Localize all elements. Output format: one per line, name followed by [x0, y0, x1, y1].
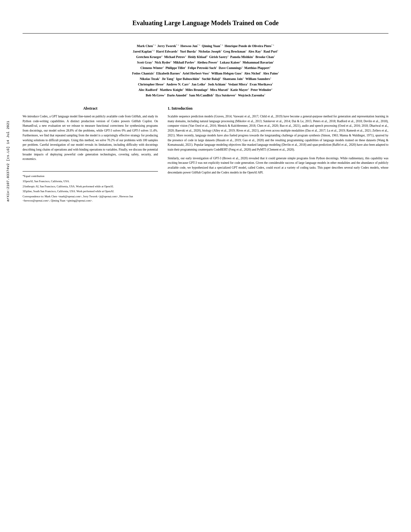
- title-section: Evaluating Large Language Models Trained…: [23, 19, 388, 34]
- two-col-layout: Abstract We introduce Codex, a GPT langu…: [23, 106, 388, 204]
- abstract-text: We introduce Codex, a GPT language model…: [23, 114, 158, 162]
- abstract-column: Abstract We introduce Codex, a GPT langu…: [23, 106, 158, 204]
- author-line-4: Scott Gray1 Nick Ryder1 Mikhail Pavlov1 …: [23, 60, 388, 65]
- authors-section: Mark Chen* 1 Jerry Tworek* 1 Heewoo Jun*…: [23, 43, 388, 98]
- paper-title: Evaluating Large Language Models Trained…: [23, 19, 388, 27]
- footnote-3: 2Anthropic AI, San Francisco, California…: [23, 184, 158, 189]
- footnote-5: Correspondence to: Mark Chen <mark@opena…: [23, 194, 158, 203]
- introduction-column: 1. Introduction Scalable sequence predic…: [168, 106, 388, 204]
- footnote-1: *Equal contribution: [23, 174, 158, 178]
- footnote-2: 1OpenAI, San Francisco, California, USA.: [23, 179, 158, 183]
- author-line-6: Fotios Chantzis1 Elizabeth Barnes1 Ariel…: [23, 71, 388, 76]
- footnotes-section: *Equal contribution 1OpenAI, San Francis…: [23, 171, 158, 203]
- author-line-8: Christopher Hesse1 Andrew N. Carr1 Jan L…: [23, 82, 388, 87]
- intro-para-1: Scalable sequence prediction models (Gra…: [168, 114, 388, 152]
- intro-para-2: Similarly, our early investigation of GP…: [168, 156, 388, 175]
- arxiv-label: arXiv:2107.03374v2 [cs.LG] 14 Jul 2021: [3, 64, 13, 258]
- abstract-title: Abstract: [23, 106, 158, 111]
- author-line-3: Gretchen Krueger1 Michael Petrov1 Heidy …: [23, 54, 388, 60]
- footnote-4: 3Zipline, South San Francisco, Californi…: [23, 189, 158, 193]
- author-line-2: Jared Kaplan* 2 Harri Edwards1 Yuri Burd…: [23, 49, 388, 54]
- author-line-10: Bob McGrew1 Dario Amodei2 Sam McCandlish…: [23, 93, 388, 98]
- intro-title: 1. Introduction: [168, 106, 388, 111]
- author-line-5: Clemens Winter1 Philippe Tillet1 Felipe …: [23, 65, 388, 71]
- author-line-1: Mark Chen* 1 Jerry Tworek* 1 Heewoo Jun*…: [23, 43, 388, 49]
- author-line-9: Alec Radford1 Matthew Knight1 Miles Brun…: [23, 87, 388, 93]
- author-line-7: Nikolas Tezak1 Jie Tang1 Igor Babuschkin…: [23, 76, 388, 82]
